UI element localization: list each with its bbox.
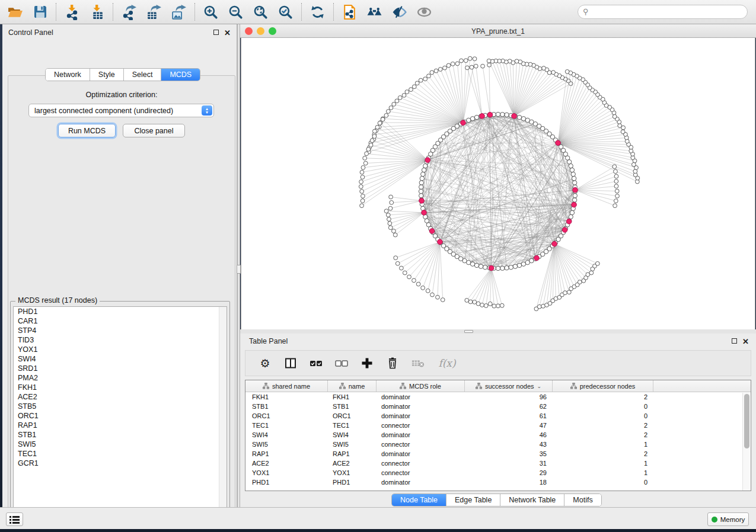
cell-successor_nodes[interactable]: 47 [465,421,553,430]
cell-name[interactable]: YOX1 [328,468,377,477]
cell-name[interactable]: SWI5 [328,440,377,449]
mcds-result-item[interactable]: GCR1 [14,459,227,468]
tab-node-table[interactable]: Node Table [392,494,446,506]
cell-successor_nodes[interactable]: 43 [465,440,553,449]
cell-predecessor_nodes[interactable]: 2 [553,421,653,430]
column-header-MCDS-role[interactable]: MCDS role [377,380,465,392]
refresh-icon[interactable] [310,4,326,20]
close-panel-icon[interactable]: ✕ [224,30,231,36]
cell-successor_nodes[interactable]: 29 [465,468,553,477]
column-header-successor-nodes[interactable]: successor nodes⌄ [465,380,553,392]
cell-mcds_role[interactable]: dominator [377,402,465,411]
tab-network[interactable]: Network [46,69,90,81]
cell-name[interactable]: FKH1 [328,392,377,402]
cell-predecessor_nodes[interactable]: 2 [553,392,653,402]
task-history-button[interactable] [6,512,23,526]
cell-successor_nodes[interactable]: 18 [465,477,553,487]
columns-icon[interactable] [284,357,297,370]
open-file-icon[interactable] [7,4,23,20]
mcds-result-item[interactable]: TEC1 [14,449,227,459]
cell-shared_name[interactable]: RAP1 [245,449,328,459]
horizontal-splitter[interactable] [240,329,756,334]
save-icon[interactable] [32,4,48,20]
show-graphics-details-icon[interactable] [416,4,432,20]
export-image-icon[interactable] [171,4,187,20]
cell-mcds_role[interactable]: dominator [377,430,465,440]
memory-button[interactable]: Memory [707,512,749,526]
cell-name[interactable]: RAP1 [328,449,377,459]
cell-name[interactable]: ORC1 [328,411,377,421]
cell-successor_nodes[interactable]: 31 [465,459,553,468]
close-panel-button[interactable]: Close panel [123,124,185,137]
float-panel-icon[interactable] [213,30,219,35]
close-panel-icon[interactable]: ✕ [742,339,749,344]
criterion-select[interactable]: largest connected component (undirected)… [28,104,214,117]
tab-edge-table[interactable]: Edge Table [446,494,500,506]
table-settings-icon[interactable]: ⚙ [259,357,272,370]
tab-select[interactable]: Select [124,69,162,81]
cell-shared_name[interactable]: SWI5 [245,440,328,449]
deselect-all-icon[interactable] [335,357,348,370]
table-row[interactable]: STB1STB1dominator620 [245,402,751,411]
select-all-icon[interactable] [310,357,323,370]
mcds-result-item[interactable]: FKH1 [14,383,227,392]
cell-mcds_role[interactable]: connector [377,459,465,468]
network-view-canvas[interactable] [241,38,755,329]
cell-mcds_role[interactable]: connector [377,468,465,477]
mcds-result-item[interactable]: YOX1 [14,345,227,354]
add-column-icon[interactable] [361,357,374,370]
mcds-list-scrollbar[interactable] [219,307,227,517]
table-row[interactable]: TEC1TEC1connector472 [245,421,751,430]
cell-predecessor_nodes[interactable]: 2 [553,430,653,440]
run-mcds-button[interactable]: Run MCDS [58,124,116,137]
mcds-result-item[interactable]: STP4 [14,326,227,335]
mcds-result-item[interactable]: TID3 [14,335,227,345]
cell-shared_name[interactable]: TEC1 [245,421,328,430]
cell-shared_name[interactable]: PHD1 [245,477,328,487]
cell-predecessor_nodes[interactable]: 1 [553,440,653,449]
cell-predecessor_nodes[interactable]: 0 [553,411,653,421]
zoom-fit-icon[interactable] [253,4,269,20]
mcds-result-item[interactable]: ACE2 [14,392,227,402]
table-scrollbar-thumb[interactable] [744,394,749,448]
table-row[interactable]: RAP1RAP1dominator352 [245,449,751,459]
mcds-result-item[interactable]: SWI5 [14,440,227,449]
table-row[interactable]: FKH1FKH1dominator962 [245,392,751,402]
column-header-predecessor-nodes[interactable]: predecessor nodes [553,380,653,392]
table-row[interactable]: SWI4SWI4dominator462 [245,430,751,440]
cell-successor_nodes[interactable]: 62 [465,402,553,411]
zoom-out-icon[interactable] [228,4,244,20]
table-row[interactable]: PHD1PHD1dominator180 [245,477,751,487]
cell-shared_name[interactable]: STB1 [245,402,328,411]
cell-shared_name[interactable]: SWI4 [245,430,328,440]
cell-mcds_role[interactable]: connector [377,440,465,449]
import-network-icon[interactable] [64,4,80,20]
mcds-result-item[interactable]: RAP1 [14,421,227,430]
cell-mcds_role[interactable]: dominator [377,392,465,402]
cell-name[interactable]: STB1 [328,402,377,411]
cell-successor_nodes[interactable]: 96 [465,392,553,402]
zoom-in-icon[interactable] [203,4,219,20]
mcds-result-item[interactable]: CAR1 [14,316,227,326]
tab-style[interactable]: Style [90,69,124,81]
column-header-shared-name[interactable]: shared name [245,380,328,392]
toggle-graphics-details-icon[interactable] [391,4,407,20]
float-panel-icon[interactable] [732,338,737,344]
cell-shared_name[interactable]: YOX1 [245,468,328,477]
cell-predecessor_nodes[interactable]: 0 [553,477,653,487]
cell-mcds_role[interactable]: dominator [377,411,465,421]
table-row[interactable]: YOX1YOX1connector291 [245,468,751,477]
search-input[interactable] [578,5,748,19]
mcds-result-item[interactable]: STB5 [14,402,227,411]
table-row[interactable]: ORC1ORC1dominator610 [245,411,751,421]
mcds-result-list[interactable]: PHD1CAR1STP4TID3YOX1SWI4SRD1PMA2FKH1ACE2… [13,306,227,518]
cell-shared_name[interactable]: ACE2 [245,459,328,468]
cell-name[interactable]: PHD1 [328,477,377,487]
horizontal-splitter-handle[interactable] [464,330,473,333]
search-network-icon[interactable] [366,4,382,20]
mcds-result-item[interactable]: PMA2 [14,373,227,383]
import-table-icon[interactable] [89,4,105,20]
mcds-result-item[interactable]: SWI4 [14,354,227,364]
mcds-result-item[interactable]: SRD1 [14,364,227,373]
table-row[interactable]: ACE2ACE2connector311 [245,459,751,468]
